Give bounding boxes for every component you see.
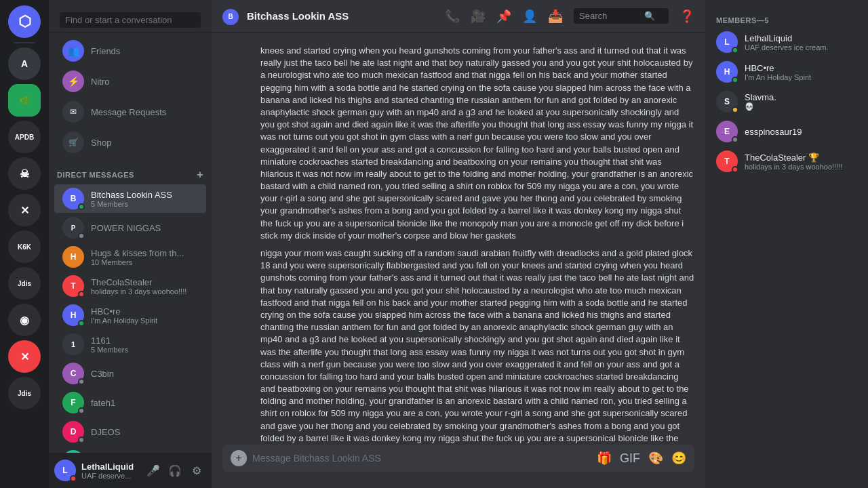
add-dm-button[interactable]: + bbox=[197, 169, 203, 181]
server-icon-x2[interactable]: ✕ bbox=[8, 340, 41, 373]
gift-icon[interactable]: 🎁 bbox=[597, 451, 612, 466]
channel-sidebar: 👥 Friends ⚡ Nitro ✉ Message Requests 🛒 S… bbox=[49, 0, 212, 488]
dm-item-tripedite[interactable]: T tripedite bbox=[54, 447, 206, 453]
dm-avatar-bitchass: B bbox=[62, 188, 84, 209]
sidebar-item-message-requests[interactable]: ✉ Message Requests bbox=[54, 97, 206, 127]
user-area: L LethalLiquid UAF deserve... 🎤 🎧 ⚙ bbox=[49, 453, 212, 488]
chat-channel-name: Bitchass Lookin ASS bbox=[247, 10, 349, 22]
sidebar-item-shop[interactable]: 🛒 Shop bbox=[54, 127, 206, 157]
call-icon[interactable]: 📞 bbox=[445, 9, 460, 24]
dm-info-djeos: DJEOS bbox=[91, 427, 201, 437]
search-icon: 🔍 bbox=[644, 11, 655, 21]
chat-header: B Bitchass Lookin ASS 📞 🎥 📌 👤 📥 🔍 ❓ bbox=[212, 0, 705, 33]
settings-button[interactable]: ⚙ bbox=[187, 461, 206, 480]
mute-button[interactable]: 🎤 bbox=[144, 461, 163, 480]
chat-header-icons: 📞 🎥 📌 👤 📥 🔍 ❓ bbox=[445, 8, 694, 24]
dm-item-c3bin[interactable]: C C3bin bbox=[54, 359, 206, 388]
sidebar-header bbox=[49, 0, 212, 33]
member-avatar-hbcre: H bbox=[716, 61, 738, 83]
dm-info-bitchass: Bitchass Lookin ASS 5 Members bbox=[91, 190, 201, 208]
server-icon-jdis1[interactable]: Jdis bbox=[8, 267, 41, 300]
chat-main: B Bitchass Lookin ASS 📞 🎥 📌 👤 📥 🔍 ❓ knee… bbox=[212, 0, 705, 488]
discord-home-wrapper: ⬡ bbox=[8, 5, 41, 38]
sidebar-item-nitro[interactable]: ⚡ Nitro bbox=[54, 66, 206, 96]
inbox-icon[interactable]: 📥 bbox=[548, 9, 563, 24]
help-icon[interactable]: ❓ bbox=[679, 9, 694, 24]
dm-item-fateh1[interactable]: F fateh1 bbox=[54, 388, 206, 417]
dm-info-fateh1: fateh1 bbox=[91, 398, 201, 408]
server-icon-a[interactable]: A bbox=[8, 47, 41, 80]
dm-info-1161: 1161 5 Members bbox=[91, 336, 201, 354]
input-right-icons: 🎁 GIF 🎨 😊 bbox=[597, 451, 686, 466]
search-input[interactable] bbox=[579, 11, 640, 21]
messages-area[interactable]: knees and started crying when you heard … bbox=[212, 33, 705, 445]
pin-icon[interactable]: 📌 bbox=[496, 9, 511, 24]
sidebar-nav-section: 👥 Friends ⚡ Nitro ✉ Message Requests 🛒 S… bbox=[49, 33, 212, 453]
member-lethalliquid[interactable]: L LethalLiquid UAF deserves ice cream. bbox=[711, 27, 863, 57]
message-group-2: nigga your mom was caught sucking off a … bbox=[212, 246, 705, 445]
dm-item-thecolastealer[interactable]: T TheColaStealer holidays in 3 days wooh… bbox=[54, 272, 206, 300]
dm-info-power: POWER NIGGAS bbox=[91, 223, 201, 233]
msg2-content: nigga your mom was caught sucking off a … bbox=[260, 247, 694, 445]
member-avatar-slavma: S bbox=[716, 91, 738, 113]
dm-search-input[interactable] bbox=[60, 12, 201, 28]
dm-item-power[interactable]: P POWER NIGGAS bbox=[54, 214, 206, 242]
dm-info-thecolastealer: TheColaStealer holidays in 3 days woohoo… bbox=[91, 277, 201, 296]
server-icon-apdb[interactable]: APDB bbox=[8, 121, 41, 153]
user-controls: 🎤 🎧 ⚙ bbox=[144, 461, 206, 480]
emoji-icon[interactable]: 😊 bbox=[671, 451, 686, 466]
dm-avatar-fateh1: F bbox=[62, 392, 84, 413]
dm-avatar-1161: 1 bbox=[62, 333, 84, 355]
dm-item-hugs[interactable]: H Hugs & kisses from th... 10 Members bbox=[54, 243, 206, 271]
dm-item-djeos[interactable]: D DJEOS bbox=[54, 418, 206, 446]
message-input-box: + 🎁 GIF 🎨 😊 bbox=[222, 445, 694, 472]
server-icon-circle[interactable]: ◉ bbox=[8, 304, 41, 336]
deafen-button[interactable]: 🎧 bbox=[165, 461, 184, 480]
server-icon-k6k[interactable]: K6K bbox=[8, 230, 41, 263]
dm-avatar-hugs: H bbox=[62, 246, 84, 268]
dm-info-hbcre: HBC•re I'm An Holiday Spirit bbox=[91, 306, 201, 325]
message-input[interactable] bbox=[252, 445, 591, 472]
server-icon-skull[interactable]: ☠ bbox=[8, 157, 41, 190]
sticker-icon[interactable]: 🎨 bbox=[648, 451, 663, 466]
member-info-thecolastealer: TheColaStealer 🏆 holidays in 3 days wooh… bbox=[745, 152, 857, 171]
current-user-info: LethalLiquid UAF deserve... bbox=[81, 462, 138, 480]
server-icon-jdis2[interactable]: Jdis bbox=[8, 377, 41, 409]
dm-avatar-power: P bbox=[62, 217, 84, 239]
server-icon-x[interactable]: ✕ bbox=[8, 194, 41, 226]
message-requests-label: Message Requests bbox=[91, 107, 166, 117]
friends-label: Friends bbox=[91, 46, 120, 56]
gif-icon[interactable]: GIF bbox=[620, 451, 640, 466]
discord-home-icon[interactable]: ⬡ bbox=[8, 5, 41, 38]
member-hbcre[interactable]: H HBC•re I'm An Holiday Spirit bbox=[711, 57, 863, 87]
member-esspinosaur19[interactable]: E esspinosaur19 bbox=[711, 117, 863, 146]
dm-item-hbcre[interactable]: H HBC•re I'm An Holiday Spirit bbox=[54, 301, 206, 329]
friends-icon: 👥 bbox=[62, 40, 84, 62]
dm-item-1161[interactable]: 1 1161 5 Members bbox=[54, 330, 206, 359]
dm-section-label: DIRECT MESSAGES + bbox=[49, 158, 212, 184]
member-thecolastealer[interactable]: T TheColaStealer 🏆 holidays in 3 days wo… bbox=[711, 146, 863, 176]
msg1-content: knees and started crying when you heard … bbox=[260, 45, 694, 242]
add-file-button[interactable]: + bbox=[231, 450, 247, 466]
member-info-esspinosaur19: esspinosaur19 bbox=[745, 127, 857, 137]
members-icon[interactable]: 👤 bbox=[522, 9, 537, 24]
member-info-hbcre: HBC•re I'm An Holiday Spirit bbox=[745, 63, 857, 81]
current-user-avatar: L bbox=[54, 460, 76, 481]
server-icon-s2[interactable]: 🌿 bbox=[8, 84, 41, 117]
dm-item-bitchass[interactable]: B Bitchass Lookin ASS 5 Members bbox=[54, 184, 206, 213]
header-search: 🔍 bbox=[574, 8, 669, 24]
member-info-slavma: Slavma. 💀 bbox=[745, 92, 857, 111]
current-username: LethalLiquid bbox=[81, 462, 138, 472]
dm-avatar-c3bin: C bbox=[62, 363, 84, 384]
member-avatar-thecolastealer: T bbox=[716, 150, 738, 172]
dm-avatar-thecolastealer: T bbox=[62, 275, 84, 297]
video-icon[interactable]: 🎥 bbox=[471, 9, 486, 24]
server-list: ⬡ A 🌿 APDB ☠ ✕ K6K Jdis ◉ ✕ Jdis bbox=[0, 0, 49, 488]
msg1-text: knees and started crying when you heard … bbox=[260, 45, 694, 242]
shop-label: Shop bbox=[91, 138, 111, 148]
sidebar-item-friends[interactable]: 👥 Friends bbox=[54, 36, 206, 66]
member-slavma[interactable]: S Slavma. 💀 bbox=[711, 87, 863, 117]
nitro-icon: ⚡ bbox=[62, 70, 84, 92]
nitro-label: Nitro bbox=[91, 77, 109, 87]
message-input-area: + 🎁 GIF 🎨 😊 bbox=[212, 445, 705, 488]
